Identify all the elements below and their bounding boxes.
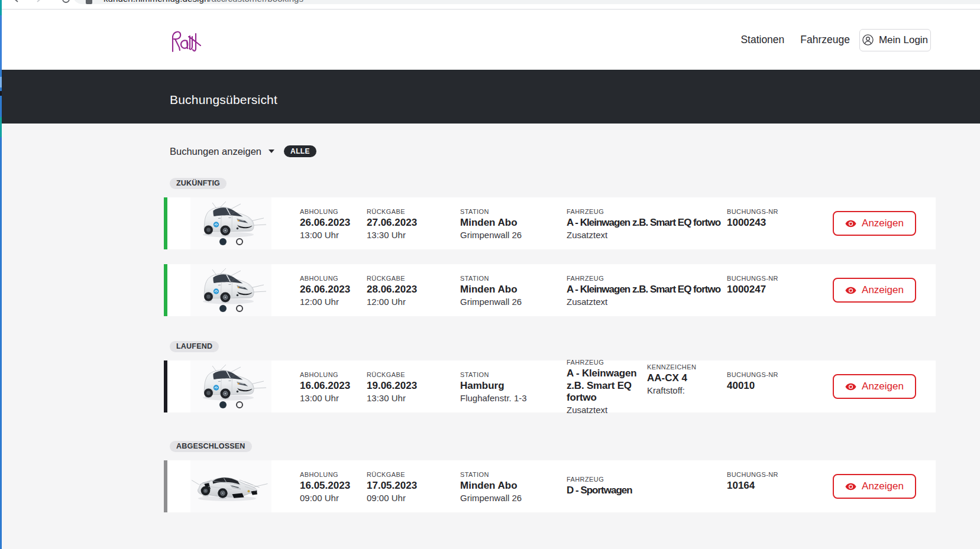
field-value: A - Kleinwagen z.B. Smart EQ fortwo [567,217,729,229]
field-label: STATION [460,207,562,216]
filter-label[interactable]: Buchungen anzeigen [170,146,261,157]
booking-card: ABHOLUNG 16.06.2023 13:00 Uhr RÜCKGABE 1… [164,360,936,412]
field-value: 26.06.2023 [300,217,362,229]
field-subvalue: 09:00 Uhr [367,493,455,503]
field-subvalue: Grimpenwall 26 [460,230,562,241]
field-subvalue: Kraftstoff: [647,385,724,396]
carousel-dot[interactable] [236,305,243,312]
user-circle-icon [862,34,874,46]
booking-section: ZUKÜNFTIG [164,177,980,316]
field-label: STATION [460,371,562,379]
booking-field-abholung: ABHOLUNG 26.06.2023 13:00 Uhr [300,207,362,241]
booking-field-abholung: ABHOLUNG 26.06.2023 12:00 Uhr [300,274,362,307]
field-value: A - Kleinwagen z.B. Smart EQ fortwo [567,368,645,404]
field-value: 10164 [727,480,821,492]
field-value: 16.05.2023 [300,480,362,492]
carousel-dot[interactable] [236,401,243,408]
field-value: Minden Abo [460,284,562,296]
vehicle-photo [190,460,271,512]
field-label: ABHOLUNG [300,470,362,479]
caret-down-icon[interactable] [269,150,274,153]
booking-field-kennzeichen: KENNZEICHEN AA-CX 4 Kraftstoff: [647,363,724,396]
field-label: RÜCKGABE [367,371,455,379]
eye-icon [845,481,856,492]
field-value: Minden Abo [460,480,562,492]
field-value: 28.06.2023 [367,284,455,296]
forward-icon[interactable] [35,0,43,2]
field-label: RÜCKGABE [367,207,455,216]
field-subvalue: 13:00 Uhr [300,230,362,241]
field-value: Hamburg [460,380,562,392]
field-value: 17.05.2023 [367,480,455,492]
status-pill: LAUFEND [170,341,219,352]
field-subvalue: Grimpenwall 26 [460,493,562,503]
nav-stationen[interactable]: Stationen [740,34,784,46]
field-label: ABHOLUNG [300,207,362,216]
site-info-icon[interactable] [86,0,92,4]
field-subvalue: Zusatztext [567,405,645,415]
anzeigen-button[interactable]: Anzeigen [833,474,916,499]
vehicle-photo [190,264,271,316]
anzeigen-button[interactable]: Anzeigen [833,278,916,303]
carousel-dot-active[interactable] [219,305,227,312]
booking-field-fahrzeug: FAHRZEUG A - Kleinwagen z.B. Smart EQ fo… [567,358,645,415]
field-subvalue: 13:30 Uhr [367,393,455,404]
booking-field-station: STATION Minden Abo Grimpenwall 26 [460,274,562,307]
field-subvalue: 12:00 Uhr [300,297,362,307]
field-label: STATION [460,470,562,479]
field-value: AA-CX 4 [647,372,724,385]
field-subvalue: Zusatztext [567,230,729,241]
field-label: BUCHUNGS-NR [727,371,821,379]
field-value: Minden Abo [460,217,562,229]
field-label: BUCHUNGS-NR [727,207,821,216]
sportscar-image [190,460,271,512]
carousel-dot-active[interactable] [219,238,227,245]
carousel-dot[interactable] [236,238,243,245]
vehicle-photo [190,197,271,249]
back-icon[interactable] [12,0,20,2]
field-subvalue: Flughafenstr. 1-3 [460,393,562,404]
logo[interactable] [169,29,201,53]
field-label: BUCHUNGS-NR [727,470,821,479]
booking-field-buchungsnr: BUCHUNGS-NR 1000243 [727,207,821,229]
filter-badge: ALLE [284,145,316,157]
field-value: 40010 [727,380,821,392]
nav-fahrzeuge[interactable]: Fahrzeuge [800,34,850,46]
field-label: FAHRZEUG [567,475,729,483]
field-value: 19.06.2023 [367,380,455,392]
image-carousel-dots [190,305,271,312]
field-label: ABHOLUNG [300,274,362,282]
eye-icon [845,285,856,296]
booking-field-ruckgabe: RÜCKGABE 27.06.2023 13:30 Uhr [367,207,455,241]
url-text[interactable]: kunden.nimmerflug.design/acc/customer/bo… [104,0,303,4]
field-label: RÜCKGABE [367,470,455,479]
field-value: D - Sportwagen [567,485,729,497]
anzeigen-button[interactable]: Anzeigen [833,374,916,399]
vehicle-photo [190,360,271,412]
sections: ZUKÜNFTIG [164,177,980,512]
image-carousel-dots [190,401,271,408]
booking-section: ABGESCHLOSSEN [164,440,980,512]
booking-field-fahrzeug: FAHRZEUG D - Sportwagen [567,475,729,497]
booking-card: ABHOLUNG 26.06.2023 12:00 Uhr RÜCKGABE 2… [164,264,936,316]
booking-field-buchungsnr: BUCHUNGS-NR 10164 [727,470,821,492]
image-carousel-dots [190,238,271,245]
field-label: FAHRZEUG [567,207,729,216]
booking-field-abholung: ABHOLUNG 16.05.2023 09:00 Uhr [300,470,362,503]
booking-field-ruckgabe: RÜCKGABE 28.06.2023 12:00 Uhr [367,274,455,307]
field-subvalue: 13:00 Uhr [300,393,362,404]
reload-icon[interactable] [62,0,70,4]
status-pill: ZUKÜNFTIG [170,178,227,189]
field-label: RÜCKGABE [367,274,455,282]
main-nav: Stationen Fahrzeuge Mein Login [740,10,931,70]
booking-section: LAUFEND [164,340,980,412]
booking-field-buchungsnr: BUCHUNGS-NR 1000247 [727,274,821,296]
carousel-dot-active[interactable] [219,401,227,408]
booking-field-station: STATION Minden Abo Grimpenwall 26 [460,470,562,503]
anzeigen-button[interactable]: Anzeigen [833,211,916,236]
booking-field-fahrzeug: FAHRZEUG A - Kleinwagen z.B. Smart EQ fo… [567,274,729,307]
booking-field-fahrzeug: FAHRZEUG A - Kleinwagen z.B. Smart EQ fo… [567,207,729,241]
booking-card: ABHOLUNG 26.06.2023 13:00 Uhr RÜCKGABE 2… [164,197,936,249]
login-button[interactable]: Mein Login [859,29,931,51]
booking-card: ABHOLUNG 16.05.2023 09:00 Uhr RÜCKGABE 1… [164,460,936,512]
